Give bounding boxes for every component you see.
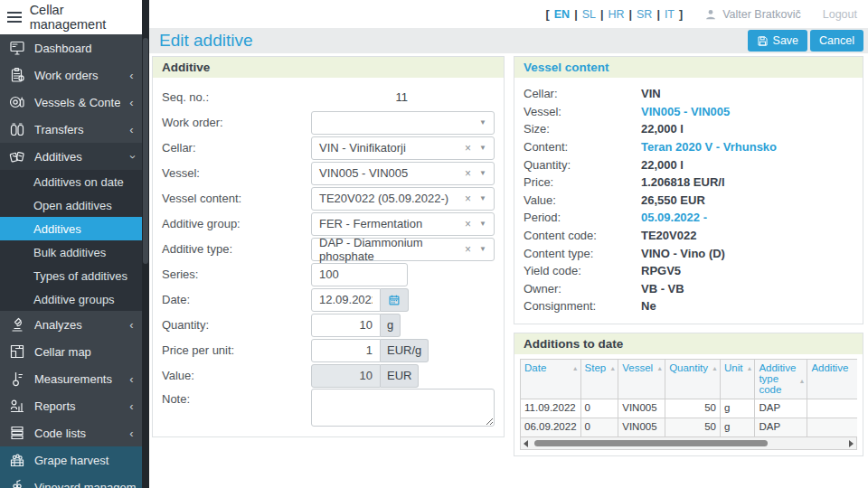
sidebar-item-code-lists[interactable]: Code lists ‹	[0, 419, 142, 446]
sidebar-item-reports[interactable]: Reports ‹	[0, 392, 142, 419]
sidebar-scrollbar[interactable]	[142, 0, 149, 488]
column-header-step[interactable]: Step▲	[580, 359, 618, 399]
sidebar-item-open-additives[interactable]: Open additives	[0, 193, 142, 217]
field-label: Work order:	[162, 116, 311, 129]
language-link-sr[interactable]: SR	[637, 8, 652, 21]
sub-item-label: Additive groups	[33, 293, 115, 306]
clear-icon[interactable]: ×	[465, 218, 471, 230]
column-header-additive[interactable]: Additive	[807, 359, 857, 399]
sidebar-item-dashboard[interactable]: Dashboard	[0, 34, 142, 61]
sidebar-item-grape-harvest[interactable]: Grape harvest	[0, 446, 142, 474]
field-label: Price per unit:	[162, 343, 311, 357]
vessel-link[interactable]: VIN005 - VIN005	[641, 105, 730, 118]
clear-icon[interactable]: ×	[465, 142, 471, 155]
sidebar-item-transfers[interactable]: Transfers ‹	[0, 116, 142, 143]
cell-date: 06.09.2022	[521, 418, 581, 436]
work-order-select[interactable]: ▼	[311, 111, 495, 135]
sidebar-item-analyzes[interactable]: Analyzes ‹	[0, 311, 142, 338]
additive-group-select[interactable]: FER - Fermentation × ▼	[311, 212, 495, 236]
caret-down-icon[interactable]: ▼	[479, 195, 486, 202]
calendar-icon	[388, 294, 401, 306]
series-input[interactable]	[311, 263, 408, 286]
sidebar-item-label: Vessels & Contents	[34, 96, 120, 109]
save-button[interactable]: Save	[748, 30, 808, 52]
detail-row-content-code: Content code:TE20V022	[524, 227, 854, 245]
additive-type-select[interactable]: DAP - Diammonium phosphate × ▼	[311, 238, 495, 261]
column-header-date[interactable]: Date▲	[521, 359, 581, 399]
sidebar-item-label: Vineyard management	[34, 481, 136, 488]
user-box: Valter Bratkovič	[704, 8, 801, 21]
language-link-sl[interactable]: SL	[582, 8, 596, 21]
price-per-unit-input[interactable]	[311, 339, 381, 362]
field-label: Series:	[162, 267, 311, 281]
language-link-hr[interactable]: HR	[608, 8, 624, 21]
sidebar-item-additives-list[interactable]: Additives	[0, 217, 142, 240]
detail-row-owner: Owner:VB - VB	[524, 280, 854, 298]
sidebar-item-bulk-additives[interactable]: Bulk additives	[0, 240, 142, 264]
select-value: VIN005 - VIN005	[319, 166, 408, 180]
sidebar-item-cellar-map[interactable]: Cellar map	[0, 338, 142, 365]
field-label: Additive group:	[162, 217, 311, 230]
column-header-vessel[interactable]: Vessel▲	[618, 359, 665, 399]
table-row[interactable]: 06.09.2022 0 VIN005 50 g DAP	[521, 418, 858, 436]
detail-label: Period:	[524, 211, 641, 224]
horizontal-scrollbar[interactable]	[520, 437, 857, 450]
caret-down-icon[interactable]: ▼	[479, 119, 486, 127]
detail-label: Size:	[524, 122, 641, 136]
detail-label: Consignment:	[524, 299, 641, 313]
sub-item-label: Open additives	[33, 199, 112, 212]
detail-value: TE20V022	[641, 229, 696, 242]
sidebar-item-vessels-contents[interactable]: Vessels & Contents ‹	[0, 89, 142, 116]
vessel-content-select[interactable]: TE20V022 (05.09.2022-) × ▼	[311, 187, 495, 211]
reports-icon	[6, 397, 27, 415]
clear-icon[interactable]: ×	[465, 243, 471, 256]
sidebar-scrollbar-thumb[interactable]	[143, 38, 148, 264]
scroll-left-arrow-icon[interactable]	[524, 440, 528, 447]
logout-link[interactable]: Logout	[823, 8, 857, 21]
sidebar-item-vineyard-management[interactable]: Vineyard management	[0, 474, 142, 488]
period-link[interactable]: 05.09.2022 -	[641, 211, 707, 224]
language-link-it[interactable]: IT	[665, 8, 675, 21]
menu-icon[interactable]	[7, 12, 22, 23]
vessel-content-panel-title: Vessel content	[514, 57, 863, 78]
scroll-right-arrow-icon[interactable]	[849, 440, 854, 447]
caret-down-icon[interactable]: ▼	[479, 145, 486, 152]
chevron-left-icon: ‹	[127, 427, 136, 439]
caret-down-icon[interactable]: ▼	[479, 170, 486, 177]
quantity-input[interactable]	[311, 314, 381, 337]
sidebar-item-work-orders[interactable]: Work orders ‹	[0, 61, 142, 89]
column-header-unit[interactable]: Unit▲	[720, 359, 754, 399]
column-header-additive-type-code[interactable]: Additive type code▲	[755, 359, 807, 399]
clear-icon[interactable]: ×	[465, 167, 471, 180]
vineyard-icon	[6, 478, 27, 488]
clear-icon[interactable]: ×	[465, 192, 471, 205]
date-input[interactable]	[311, 288, 381, 312]
cancel-button[interactable]: Cancel	[810, 30, 863, 52]
column-header-quantity[interactable]: Quantity▲	[665, 359, 721, 399]
content-link[interactable]: Teran 2020 V - Vrhunsko	[641, 140, 777, 154]
save-button-label: Save	[773, 34, 799, 47]
sort-asc-icon: ▲	[572, 365, 579, 371]
sidebar-item-additive-groups[interactable]: Additive groups	[0, 287, 142, 311]
caret-down-icon[interactable]: ▼	[479, 221, 486, 228]
field-label: Vessel:	[162, 166, 311, 180]
sidebar-item-additives[interactable]: Additives ‹	[0, 143, 142, 170]
note-textarea[interactable]	[311, 389, 495, 427]
cell-unit: g	[720, 399, 754, 418]
detail-value: VINO - Vino (D)	[641, 247, 725, 260]
scrollbar-thumb[interactable]	[534, 440, 768, 446]
grape-harvest-icon	[6, 451, 27, 469]
additions-panel-title: Additions to date	[514, 333, 863, 354]
calendar-button[interactable]	[381, 288, 409, 312]
field-label: Additive type:	[162, 242, 311, 256]
vessel-select[interactable]: VIN005 - VIN005 × ▼	[311, 162, 495, 185]
chevron-left-icon: ‹	[127, 97, 136, 108]
sidebar-item-additives-on-date[interactable]: Additives on date	[0, 170, 142, 193]
detail-value: RPGV5	[641, 264, 681, 277]
table-row[interactable]: 11.09.2022 0 VIN005 50 g DAP	[521, 399, 858, 418]
sidebar-item-types-of-additives[interactable]: Types of additives	[0, 264, 142, 287]
caret-down-icon[interactable]: ▼	[479, 246, 486, 253]
cellar-select[interactable]: VIN - Vinifikatorji × ▼	[311, 136, 495, 160]
language-link-en[interactable]: EN	[554, 8, 570, 21]
sidebar-item-measurements[interactable]: Measurements ‹	[0, 365, 142, 392]
